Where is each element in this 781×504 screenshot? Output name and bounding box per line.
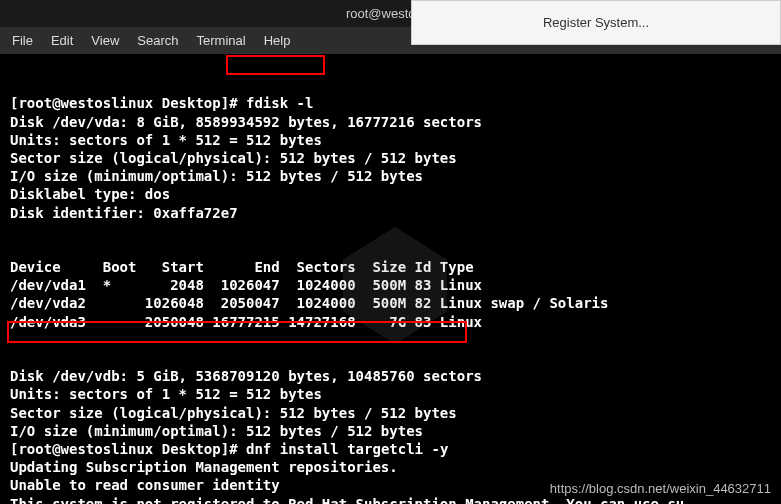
output-line: Updating Subscription Management reposit… — [10, 459, 398, 475]
menu-view[interactable]: View — [91, 33, 119, 48]
command-fdisk: fdisk -l — [246, 95, 313, 111]
register-system-notification[interactable]: Register System... — [411, 0, 781, 45]
watermark-text: https://blog.csdn.net/weixin_44632711 — [550, 481, 771, 498]
terminal-window: root@westoslin Register System... File E… — [0, 0, 781, 504]
units-line2: Units: sectors of 1 * 512 = 512 bytes — [10, 386, 322, 402]
disk-vda-header: Disk /dev/vda: 8 GiB, 8589934592 bytes, … — [10, 114, 482, 130]
partition-row-vda2: /dev/vda2 1026048 2050047 1024000 500M 8… — [10, 295, 608, 311]
output-line: Unable to read consumer identity — [10, 477, 280, 493]
sector-size-line2: Sector size (logical/physical): 512 byte… — [10, 405, 457, 421]
shell-prompt2: [root@westoslinux Desktop]# — [10, 441, 246, 457]
menu-help[interactable]: Help — [264, 33, 291, 48]
blank-line — [10, 350, 18, 366]
terminal-output[interactable]: [root@westoslinux Desktop]# fdisk -l Dis… — [0, 54, 781, 504]
prompt-line2: [root@westoslinux Desktop]# dnf install … — [10, 441, 448, 457]
prompt-line: [root@westoslinux Desktop]# fdisk -l — [10, 95, 313, 111]
command-dnf: dnf install targetcli -y — [246, 441, 448, 457]
blank-line — [10, 223, 18, 239]
blank-line — [10, 332, 18, 348]
disk-vdb-header: Disk /dev/vdb: 5 GiB, 5368709120 bytes, … — [10, 368, 482, 384]
io-size-line2: I/O size (minimum/optimal): 512 bytes / … — [10, 423, 423, 439]
partition-table-header: Device Boot Start End Sectors Size Id Ty… — [10, 259, 474, 275]
partition-row-vda3: /dev/vda3 2050048 16777215 14727168 7G 8… — [10, 314, 482, 330]
menu-search[interactable]: Search — [137, 33, 178, 48]
partition-row-vda1: /dev/vda1 * 2048 1026047 1024000 500M 83… — [10, 277, 482, 293]
disk-id-line: Disk identifier: 0xaffa72e7 — [10, 205, 238, 221]
sector-size-line: Sector size (logical/physical): 512 byte… — [10, 150, 457, 166]
register-label: Register System... — [543, 15, 649, 30]
annotation-highlight-command — [226, 55, 325, 75]
blank-line — [10, 241, 18, 257]
menu-terminal[interactable]: Terminal — [197, 33, 246, 48]
disklabel-line: Disklabel type: dos — [10, 186, 170, 202]
shell-prompt: [root@westoslinux Desktop]# — [10, 95, 246, 111]
units-line: Units: sectors of 1 * 512 = 512 bytes — [10, 132, 322, 148]
menu-edit[interactable]: Edit — [51, 33, 73, 48]
menu-file[interactable]: File — [12, 33, 33, 48]
io-size-line: I/O size (minimum/optimal): 512 bytes / … — [10, 168, 423, 184]
